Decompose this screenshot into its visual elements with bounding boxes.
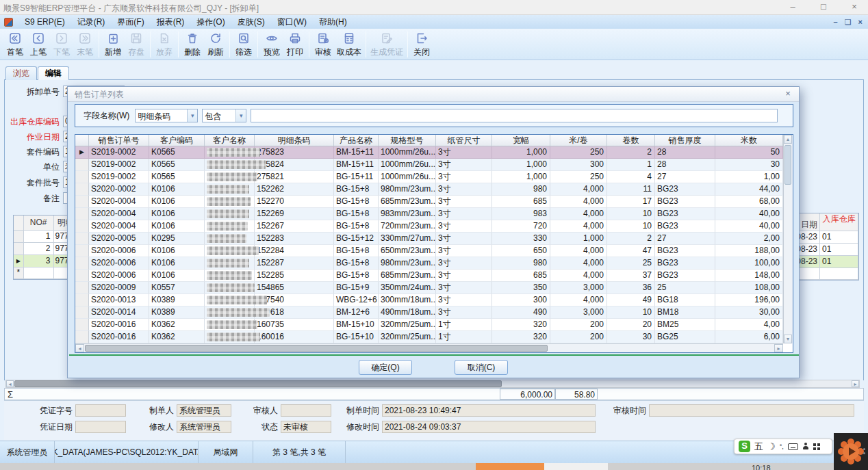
menu-item-5[interactable]: 皮肤(S) bbox=[231, 15, 271, 29]
table-row[interactable]: S2020-0006K0106152284BG-15+8650mm/23um..… bbox=[75, 245, 783, 257]
table-row[interactable]: S2020-0006K0106152287BG-15+8980mm/23um..… bbox=[75, 257, 783, 270]
column-header[interactable]: 宽幅 bbox=[492, 135, 550, 146]
cell: 300 bbox=[492, 294, 550, 306]
menu-item-2[interactable]: 界面(F) bbox=[111, 15, 150, 29]
cell: 47 bbox=[607, 245, 655, 257]
cell bbox=[205, 245, 255, 257]
maximize-button[interactable]: □ bbox=[810, 0, 837, 15]
tab-browse[interactable]: 浏览 bbox=[5, 66, 37, 80]
scroll-up-icon[interactable]: ▴ bbox=[784, 135, 792, 144]
ok-button[interactable]: 确定(Q) bbox=[359, 360, 412, 375]
sogou-ime-icon[interactable]: S bbox=[739, 441, 750, 452]
menu-item-4[interactable]: 操作(O) bbox=[190, 15, 231, 29]
cell: BG23 bbox=[655, 270, 715, 282]
moon-icon[interactable]: ☽ bbox=[767, 442, 776, 452]
first-icon bbox=[8, 31, 22, 47]
scrollbar-thumb[interactable] bbox=[784, 145, 791, 185]
toolbar-prev-button[interactable]: 上笔 bbox=[27, 30, 50, 59]
floating-app-logo[interactable] bbox=[834, 433, 868, 470]
toolbar-filter-button[interactable]: 筛选 bbox=[232, 30, 255, 59]
taskbar-active-app[interactable] bbox=[476, 463, 544, 470]
table-row[interactable]: S2020-0002K0106152262BG-15+8980mm/23um..… bbox=[75, 183, 783, 196]
ime-toolbar[interactable]: S 五 ☽ °, bbox=[734, 439, 832, 454]
column-header[interactable]: 卷数 bbox=[607, 135, 655, 146]
menu-item-0[interactable]: S9 ERP(E) bbox=[18, 15, 71, 29]
search-input[interactable] bbox=[251, 109, 778, 122]
grid-vertical-scrollbar[interactable]: ▴ ▾ bbox=[783, 135, 793, 343]
field-name-select[interactable]: 明细条码 ▾ bbox=[135, 109, 198, 122]
column-header[interactable]: 销售厚度 bbox=[655, 135, 715, 146]
column-header[interactable]: 规格型号 bbox=[379, 135, 436, 146]
column-header[interactable]: 米数 bbox=[715, 135, 783, 146]
scrollbar-thumb[interactable] bbox=[14, 380, 502, 387]
ime-menu-icon[interactable] bbox=[813, 443, 820, 450]
table-row[interactable]: S2020-0016K0362160735BM-15+10320mm/25um.… bbox=[75, 319, 783, 331]
scrollbar-thumb[interactable] bbox=[85, 345, 548, 352]
table-row[interactable]: S2020-0004K0106152270BG-15+8685mm/23um..… bbox=[75, 196, 783, 208]
table-row[interactable]: S2019-0002K0565275821BG-15+111000mm/26u.… bbox=[75, 171, 783, 183]
column-header[interactable]: 纸管尺寸 bbox=[436, 135, 492, 146]
table-row[interactable]: S2019-0002K0565275824BM-15+111000mm/26u.… bbox=[75, 159, 783, 171]
menu-item-3[interactable]: 报表(R) bbox=[151, 15, 191, 29]
mdi-minimize-button[interactable]: – bbox=[834, 16, 838, 28]
taskbar-clock: 10:18 bbox=[752, 464, 771, 470]
table-row[interactable]: S2020-0014K0389159618BM-12+6490mm/18um..… bbox=[75, 306, 783, 319]
table-row[interactable]: S2020-0006K0106152285BG-15+8685mm/23um..… bbox=[75, 270, 783, 282]
chevron-down-icon[interactable]: ▾ bbox=[235, 109, 246, 122]
toolbar-button-label: 首笔 bbox=[7, 48, 23, 57]
table-row[interactable]: ▶S2019-0002K0565275823BM-15+111000mm/26u… bbox=[75, 146, 783, 159]
toolbar-cost-button[interactable]: 取成本 bbox=[335, 30, 363, 59]
cell: S2020-0006 bbox=[89, 270, 149, 282]
menu-item-1[interactable]: 记录(R) bbox=[71, 15, 112, 29]
scroll-down-icon[interactable]: ▾ bbox=[784, 335, 792, 343]
punctuation-mode-icon[interactable]: °, bbox=[780, 442, 784, 452]
mdi-restore-button[interactable]: ❏ bbox=[845, 16, 852, 28]
scroll-right-icon[interactable]: ▸ bbox=[852, 380, 859, 387]
cell: BG-15+12 bbox=[334, 233, 379, 245]
keyboard-icon[interactable] bbox=[788, 443, 798, 450]
windows-taskbar[interactable]: 10:18 bbox=[0, 463, 868, 470]
cancel-button[interactable]: 取消(C) bbox=[455, 360, 508, 375]
toolbar-delete-button[interactable]: 删除 bbox=[181, 30, 204, 59]
menu-item-6[interactable]: 窗口(W) bbox=[271, 15, 313, 29]
column-header[interactable]: 明细条码 bbox=[255, 135, 334, 146]
table-row[interactable]: S2020-0013K0389157540WBG-12+6300mm/18um.… bbox=[75, 294, 783, 306]
censored-customer-name bbox=[207, 296, 267, 304]
grid-horizontal-scrollbar[interactable]: ◂ ▸ bbox=[75, 343, 783, 352]
toolbar-first-button[interactable]: 首笔 bbox=[3, 30, 27, 59]
mdi-close-button[interactable]: × bbox=[858, 16, 863, 28]
main-horizontal-scrollbar[interactable]: ◂ ▸ bbox=[5, 380, 860, 388]
column-header[interactable]: 客户名称 bbox=[205, 135, 255, 146]
table-row[interactable]: S2020-0016K0362160016BG-15+10320mm/25um.… bbox=[75, 331, 783, 343]
toolbar-refresh-button[interactable]: 刷新 bbox=[204, 30, 227, 59]
chevron-down-icon[interactable]: ▾ bbox=[187, 109, 197, 122]
column-header[interactable]: 客户编码 bbox=[149, 135, 205, 146]
tab-edit[interactable]: 编辑 bbox=[38, 66, 69, 80]
table-row[interactable]: S2020-0004K0106152267BG-15+8720mm/23um..… bbox=[75, 220, 783, 233]
toolbar-new-button[interactable]: 新增 bbox=[101, 30, 125, 59]
toolbar-button-label: 新增 bbox=[105, 48, 121, 57]
table-row[interactable]: S2020-0009K0557154865BG-15+9350mm/24um..… bbox=[75, 282, 783, 294]
scroll-left-icon[interactable]: ◂ bbox=[75, 344, 84, 352]
column-header[interactable]: 销售订单号 bbox=[89, 135, 149, 146]
ime-mode-label[interactable]: 五 bbox=[754, 442, 763, 452]
user-icon[interactable] bbox=[802, 443, 809, 450]
cell: 250 bbox=[550, 171, 607, 183]
operator-select[interactable]: 包含 ▾ bbox=[202, 109, 246, 122]
column-header[interactable]: 产品名称 bbox=[334, 135, 379, 146]
table-row[interactable]: S2020-0005K0295152283BG-15+12330mm/27um.… bbox=[75, 233, 783, 245]
toolbar-close-button[interactable]: 关闭 bbox=[410, 30, 433, 59]
cell: WBG-12+6 bbox=[334, 294, 379, 306]
toolbar-print-button[interactable]: 打印 bbox=[283, 30, 307, 59]
scroll-right-icon[interactable]: ▸ bbox=[774, 344, 783, 352]
minimize-button[interactable]: – bbox=[779, 0, 806, 15]
menu-item-7[interactable]: 帮助(H) bbox=[313, 15, 353, 29]
taskbar-app[interactable] bbox=[544, 463, 608, 470]
scroll-left-icon[interactable]: ◂ bbox=[6, 380, 14, 387]
dialog-close-icon[interactable]: × bbox=[782, 88, 793, 99]
toolbar-preview-button[interactable]: 预览 bbox=[260, 30, 283, 59]
close-button[interactable]: × bbox=[841, 0, 868, 15]
toolbar-audit-button[interactable]: 审核 bbox=[311, 30, 335, 59]
column-header[interactable]: 米/卷 bbox=[550, 135, 607, 146]
table-row[interactable]: S2020-0004K0106152269BG-15+8983mm/23um..… bbox=[75, 208, 783, 220]
